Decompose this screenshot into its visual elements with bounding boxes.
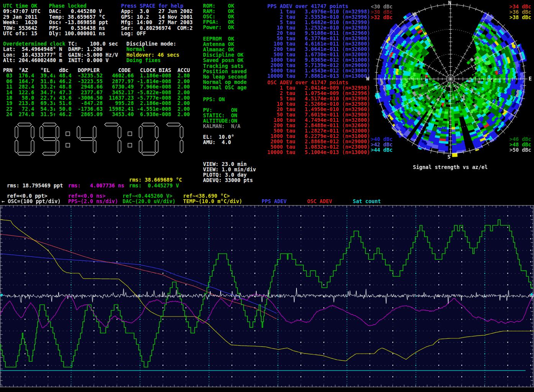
oscillator-status-line-4: PPS↑ 0.536438 ns (49, 25, 105, 31)
osc-adev-table-line-11: 2000 tau 2.8868e-012 (n=29000) (267, 139, 370, 144)
minor-alarms-line-7: No leap second (203, 74, 247, 79)
position-line-0: Overdetermined clock (3, 41, 66, 46)
pps-adev-table-line-13: 10000 tau 7.8861e-013 (n=13000) (267, 73, 370, 79)
dbc-legend-top-left-line-0: <30 dBc (371, 4, 393, 9)
position-line-3: Alt: 204.46002480 m (3, 57, 62, 63)
legend-dac-line-0: DAC~(20.0 uV/div) (123, 198, 175, 204)
view-settings-line-2: PLOTQ: 3.0 day (203, 172, 247, 177)
minor-alarms-line-3: Discipline OK (203, 52, 244, 57)
sat-table-line-2: 06 164.7 31.8↓ 46.2 -3223.55 2877.97 -1.… (3, 79, 190, 84)
discipline-mode-line-3: Doing fixes (126, 57, 161, 63)
rms-pps-line-0: rms: 4.007736 ns (68, 183, 124, 188)
pps-adev-table-line-3: 5 tau 1.6482e-010 (n=32990) (267, 20, 370, 25)
dbc-legend-top-right-line-2: >38 dBc (509, 15, 531, 20)
loop-params-line-0: TC: 100.0 sec (68, 41, 118, 46)
osc-adev-table-line-8: 200 tau 2.8488e-011 (n=32600) (267, 123, 370, 128)
survey-state-line-0: PV: ON (203, 107, 237, 113)
pps-adev-table-line-12: 5000 tau 1.4543e-012 (n=23000) (267, 68, 370, 73)
legend-temp-line-0: TEMP~(10.0 m°C/div) (183, 198, 242, 204)
sat-table-line-4: 14 122.6 34.7↑ 47.3 2377.67 3452.17 -5.8… (3, 90, 190, 95)
oscillator-status-line-0: Phase locked (49, 3, 87, 8)
utc-status-line-2: 29 Jan 2011 (3, 14, 37, 20)
oscillator-status-line-3: Osc↑ -13.869858 ppt (49, 20, 108, 25)
osc-adev-table-line-6: 50 tau 7.6019e-011 (n=32900) (267, 112, 370, 117)
receiver-health-line-3: FPGA: OK (203, 19, 234, 25)
utc-status-line-0: UTC time OK (3, 3, 37, 8)
pps-adev-table-line-6: 50 tau 6.3774e-011 (n=32900) (267, 36, 370, 41)
receiver-health-line-0: ROM: OK (203, 3, 234, 8)
oscillator-status-line-5: Dly: 100.000001 ns (49, 31, 105, 36)
version-info-line-0: Press SPACE for help (121, 3, 183, 8)
sat-table-line-0: PRN °AZ °EL dBc DOPPLER CODE CLOCK BIAS … (3, 67, 190, 73)
pps-adev-table-line-5: 20 tau 9.9108e-011 (n=32960) (267, 30, 370, 36)
discipline-mode-line-1: Normal (126, 46, 145, 52)
minor-alarms-line-9: Normal OSC age (203, 85, 247, 90)
polar-caption-line-0: Signal strength vs az/el (413, 164, 488, 170)
pps-adev-table-line-8: 200 tau 3.0641e-011 (n=32600) (267, 46, 370, 52)
mask-settings-line-0: EL: 10.0° (203, 134, 234, 139)
receiver-health-line-1: RAM: OK (203, 8, 234, 14)
sat-table-line-7: 22 72.4 54.3↓ 50.0 -1736.63 15982.41 -4.… (3, 106, 190, 112)
osc-adev-table-line-5: 20 tau 1.4950e-010 (n=32960) (267, 107, 370, 112)
dbc-legend-bottom-left-line-2: >44 dBc (371, 147, 393, 153)
ref-dac-line-0: ref~<0.445260 V> (123, 193, 172, 198)
survey-state-line-3: KALMAN: N/A (203, 123, 241, 129)
minor-alarms-line-4: Saved posn OK (203, 57, 244, 63)
polar-south-label-line-0: S (447, 154, 450, 159)
dbc-legend-top-right-line-1: >36 dBc (509, 9, 531, 15)
history-plot-canvas (0, 203, 534, 392)
clock-colon (66, 132, 70, 136)
clock-digit-4 (77, 126, 96, 153)
version-info-line-2: GPS: 10.2 14 Nov 2001 (121, 14, 193, 20)
osc-adev-table-line-9: 500 tau 1.2827e-011 (n=32000) (267, 128, 370, 133)
version-info-line-1: App: 3.0 27 Jun 2002 (121, 8, 193, 14)
receiver-health-line-4: Power: OK (203, 25, 234, 30)
lady-heather-console: UTC time OK09:47:07 UTC29 Jan 2011Week: … (0, 0, 534, 392)
osc-adev-table-line-12: 5000 tau 1.0832e-012 (n=23000) (267, 144, 370, 149)
polar-west-label-line-0: W (366, 76, 369, 81)
survey-state-line-1: STATIC: ON (203, 113, 237, 118)
mask-settings-line-1: AMU: 4.0 (203, 139, 231, 145)
rms-temp-line-0: rms: 38.669689 °C (129, 177, 182, 182)
minor-alarms-line-2: Almanac OK (203, 47, 234, 52)
pps-adev-table-line-10: 1000 tau 9.8365e-012 (n=31000) (267, 57, 370, 62)
dbc-legend-bottom-right-line-1: >48 dBc (509, 142, 531, 147)
clock-colon (128, 132, 132, 136)
view-settings-line-3: ADEVQ: 33000 pts (203, 177, 253, 183)
clock-colon (128, 143, 132, 147)
minor-alarms-line-1: Antenna OK (203, 41, 234, 47)
view-settings-line-0: VIEW: 23.0 min (203, 161, 247, 167)
minor-alarms-line-6: Position saved (203, 69, 247, 74)
osc-adev-table-line-4: 10 tau 2.5266e-010 (n=32980) (267, 101, 370, 107)
position-line-2: Lon: 18.4333777° E (3, 52, 62, 57)
oscillator-status-line-1: DAC: 0.445280 V (49, 8, 102, 14)
ref-pps-line-0: ref=<0.0 ns> (68, 193, 106, 198)
view-settings-line-1: VIEW: 1.0 min/div (203, 167, 256, 172)
clock-digit-7 (105, 123, 121, 153)
version-info-line-5: Log: OFF (121, 31, 146, 36)
loop-params-line-2: GAIN:-5.000 Hz/V (68, 52, 118, 57)
utc-status-line-3: Week: 1620 (3, 20, 37, 25)
osc-adev-table-line-10: 1000 tau 6.2279e-012 (n=31000) (267, 133, 370, 139)
receiver-health-line-2: OSC: OK (203, 14, 234, 19)
dbc-legend-bottom-left-line-0: >40 dBc (371, 136, 393, 142)
rms-osc-line-0: rms: 18.795469 ppt (7, 183, 63, 188)
osc-adev-table-line-0: OSC ADEV over 41747 points (267, 80, 348, 85)
osc-adev-table-line-1: 1 tau 2.0414e-009 (n=32998) (267, 85, 370, 90)
minor-alarms-line-0: EEPROM OK (203, 36, 234, 41)
osc-adev-table-line-7: 100 tau 4.7494e-011 (n=32800) (267, 117, 370, 123)
pps-adev-table-line-4: 10 tau 1.2532e-010 (n=32980) (267, 25, 370, 30)
ref-osc-line-0: ref=<0.0 ppt> (7, 193, 48, 198)
polar-north-label-line-0: N (448, 0, 451, 5)
pps-adev-table-line-9: 500 tau 1.6730e-011 (n=32000) (267, 52, 370, 57)
discipline-mode-line-0: Discipline mode: (126, 41, 176, 46)
survey-state-line-2: ALTITUDE:ON (203, 118, 237, 123)
clock-digit-9 (40, 123, 59, 155)
osc-adev-table-line-3: 5 tau 4.5174e-010 (n=32990) (267, 96, 370, 101)
legend-sat-count-line-0: Sat count (353, 198, 381, 204)
oscillator-status-line-2: Temp: 38.659657 °C (49, 14, 105, 20)
legend-pps-line-0: PPS~(2.0 ns/div) (68, 198, 118, 204)
rms-dac-line-0: rms: 0.445279 V (129, 183, 179, 188)
legend-osc-line-0: ← OSC=(100 ppt/div) (2, 198, 61, 204)
utc-status-line-4: TOW: 553642 (3, 25, 37, 31)
